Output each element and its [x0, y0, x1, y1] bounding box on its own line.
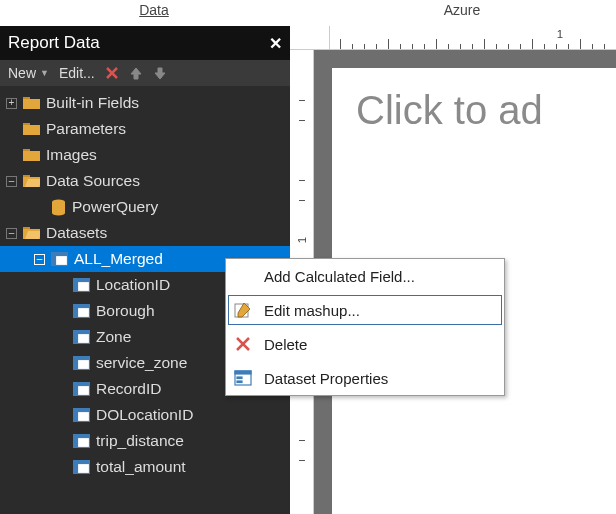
field-icon [73, 304, 90, 318]
dataset-icon [51, 252, 68, 266]
tree-node-powerquery[interactable]: PowerQuery [0, 194, 290, 220]
blank-icon [230, 265, 256, 287]
folder-icon [23, 122, 40, 136]
folder-open-icon [23, 226, 40, 240]
svg-rect-5 [23, 125, 40, 135]
svg-rect-3 [23, 99, 40, 109]
field-icon [73, 460, 90, 474]
delete-icon [230, 333, 256, 355]
tree-label: trip_distance [96, 432, 184, 450]
close-icon[interactable]: ✕ [269, 34, 282, 53]
svg-rect-29 [74, 357, 78, 370]
arrow-up-icon [129, 66, 143, 80]
field-icon [73, 408, 90, 422]
expander-icon[interactable]: – [6, 228, 17, 239]
svg-rect-41 [74, 461, 78, 474]
tree-node-builtin[interactable]: + Built-in Fields [0, 90, 290, 116]
tree-label: RecordID [96, 380, 161, 398]
tree-label: Images [46, 146, 97, 164]
field-icon [73, 330, 90, 344]
edit-icon [230, 299, 256, 321]
ruler-horizontal: 1 [330, 26, 616, 50]
svg-rect-35 [74, 409, 78, 422]
ctx-label: Delete [264, 336, 307, 353]
database-icon [51, 199, 66, 216]
arrow-down-icon [153, 66, 167, 80]
menu-azure[interactable]: Azure [308, 0, 616, 26]
expander-icon[interactable]: – [34, 254, 45, 265]
tree-node-datasources[interactable]: – Data Sources [0, 168, 290, 194]
tree-label: LocationID [96, 276, 170, 294]
edit-button[interactable]: Edit... [59, 65, 95, 81]
tree-label: Datasets [46, 224, 107, 242]
tree-node-parameters[interactable]: Parameters [0, 116, 290, 142]
svg-rect-20 [74, 279, 78, 292]
tree-node-images[interactable]: Images [0, 142, 290, 168]
new-button[interactable]: New [8, 65, 36, 81]
ruler-mark: 1 [296, 237, 308, 243]
tree-node-field[interactable]: total_amount [0, 454, 290, 480]
svg-rect-26 [74, 331, 78, 344]
tree-label: total_amount [96, 458, 186, 476]
chevron-down-icon: ▼ [40, 68, 49, 78]
ctx-delete[interactable]: Delete [226, 327, 504, 361]
svg-rect-32 [74, 383, 78, 396]
svg-point-12 [52, 210, 65, 215]
panel-toolbar: New▼ Edit... [0, 60, 290, 86]
expander-icon[interactable]: + [6, 98, 17, 109]
ctx-label: Add Calculated Field... [264, 268, 415, 285]
folder-icon [23, 148, 40, 162]
svg-rect-38 [74, 435, 78, 448]
tree-label: service_zone [96, 354, 187, 372]
expander-icon[interactable]: – [6, 176, 17, 187]
tree-node-datasets[interactable]: – Datasets [0, 220, 290, 246]
svg-rect-7 [23, 151, 40, 161]
tree-label: Zone [96, 328, 131, 346]
tree-label: DOLocationID [96, 406, 193, 424]
tree-node-field[interactable]: trip_distance [0, 428, 290, 454]
properties-icon [230, 367, 256, 389]
tree-label: Data Sources [46, 172, 140, 190]
svg-rect-23 [74, 305, 78, 318]
folder-open-icon [23, 174, 40, 188]
ctx-label: Edit mashup... [264, 302, 360, 319]
menu-data[interactable]: Data [0, 0, 308, 26]
delete-icon[interactable] [105, 66, 119, 80]
field-icon [73, 356, 90, 370]
field-icon [73, 382, 90, 396]
tree-node-field[interactable]: DOLocationID [0, 402, 290, 428]
field-icon [73, 278, 90, 292]
svg-rect-46 [235, 371, 251, 374]
svg-rect-47 [237, 377, 242, 379]
ruler-mark: 1 [557, 28, 563, 40]
title-placeholder[interactable]: Click to ad [356, 88, 543, 133]
tree-label: PowerQuery [72, 198, 158, 216]
svg-rect-48 [237, 381, 242, 383]
tree-label: Built-in Fields [46, 94, 139, 112]
panel-title: Report Data [8, 33, 100, 53]
context-menu: Add Calculated Field... Edit mashup... D… [225, 258, 505, 396]
tree-label: Borough [96, 302, 155, 320]
ctx-add-calculated-field[interactable]: Add Calculated Field... [226, 259, 504, 293]
tree-label: Parameters [46, 120, 126, 138]
ctx-edit-mashup[interactable]: Edit mashup... [226, 293, 504, 327]
folder-icon [23, 96, 40, 110]
svg-rect-17 [52, 253, 56, 266]
ruler-corner [290, 26, 330, 50]
tree-label: ALL_Merged [74, 250, 163, 268]
field-icon [73, 434, 90, 448]
ctx-dataset-properties[interactable]: Dataset Properties [226, 361, 504, 395]
ctx-label: Dataset Properties [264, 370, 388, 387]
